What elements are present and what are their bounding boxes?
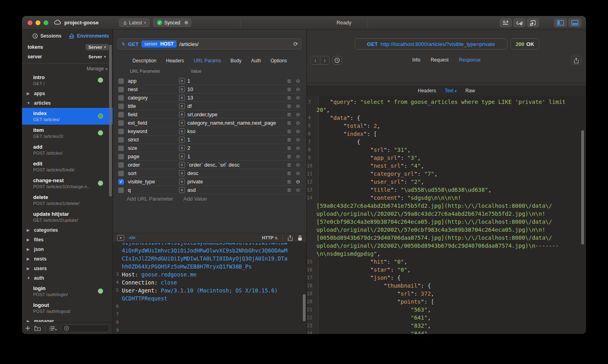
param-name-field[interactable]: app [128, 78, 179, 84]
code-format-select[interactable]: HTTP ⇅ [262, 235, 278, 240]
response-scrollbar[interactable] [581, 130, 584, 245]
param-checkbox[interactable] [118, 154, 124, 159]
tab-options[interactable]: Options [270, 58, 287, 64]
host-env-token[interactable]: server HOST [141, 40, 177, 48]
request-method[interactable]: GET [128, 41, 139, 47]
lock-icon[interactable] [298, 235, 302, 241]
sidebar-group-nests[interactable]: ▶nests [22, 254, 113, 264]
add-url-parameter-button[interactable]: Add URL Parameter [127, 196, 183, 202]
param-name-field[interactable]: strict [128, 137, 179, 143]
param-name-field[interactable]: nest [128, 86, 179, 92]
param-options-icon[interactable]: ≣ [285, 187, 294, 193]
param-options-icon[interactable]: ≣ [285, 153, 294, 159]
sidebar-item-change-nest[interactable]: change-nestPOST /articles/10/change-n... [22, 175, 113, 192]
param-name-field[interactable]: ext_field [128, 120, 179, 126]
param-checkbox[interactable] [118, 78, 124, 84]
param-type-icon[interactable]: ≡ [179, 103, 185, 109]
filter-requests-input[interactable] [61, 324, 109, 332]
param-options-icon[interactable]: ≣ [285, 103, 294, 109]
version-dropdown-button[interactable]: Latest▾ [119, 18, 150, 27]
param-value-field[interactable]: kso [187, 128, 285, 134]
param-checkbox[interactable] [118, 171, 124, 176]
param-name-field[interactable]: category [128, 95, 179, 101]
sidebar-item-index[interactable]: indexGET /articles/ [22, 108, 113, 125]
param-remove-icon[interactable]: ⊖ [294, 120, 302, 126]
method-stepper-icon[interactable]: ⇅ [121, 42, 125, 47]
sidebar-item-update-hit-star[interactable]: update hit|starGET /articles/2/update/ [22, 209, 113, 225]
param-remove-icon[interactable]: ⊖ [294, 103, 302, 109]
sync-status-toggle[interactable] [181, 18, 191, 27]
add-group-button[interactable] [34, 326, 41, 331]
param-value-field[interactable]: 1 [187, 153, 285, 159]
share-code-button[interactable] [288, 235, 293, 241]
response-subtab-raw[interactable]: Raw [465, 88, 475, 93]
tab-description[interactable]: Description [132, 58, 156, 64]
tab-sessions[interactable]: Sessions [32, 33, 62, 39]
param-type-icon[interactable]: ≡ [179, 86, 185, 92]
param-type-icon[interactable]: ≡ [179, 78, 185, 84]
param-checkbox[interactable] [118, 137, 124, 143]
tab-headers[interactable]: Headers [166, 58, 184, 64]
sidebar-item-item[interactable]: itemGET /articles/2/ [22, 125, 113, 141]
param-type-icon[interactable]: ≡ [179, 179, 185, 185]
param-remove-icon[interactable]: ⊖ [294, 153, 302, 159]
tab-body[interactable]: Body [230, 58, 241, 64]
sidebar-group-apps[interactable]: ▶apps [22, 89, 113, 98]
param-value-field[interactable]: 13 [187, 95, 285, 101]
add-value-button[interactable]: Add Value [183, 196, 207, 202]
param-options-icon[interactable]: ≣ [285, 170, 294, 176]
tab-url-params[interactable]: URL Params [194, 58, 221, 64]
toggle-bottom-panel-button[interactable] [568, 18, 581, 27]
response-subtab-text[interactable]: Text▾ [445, 88, 457, 93]
request-path[interactable]: /articles/ [179, 41, 291, 47]
param-options-icon[interactable]: ≣ [285, 120, 294, 126]
sidebar-item-edit[interactable]: editPOST /articles/5/edit/ [22, 158, 113, 175]
param-value-field[interactable]: 10 [187, 86, 285, 92]
param-options-icon[interactable]: ≣ [285, 111, 294, 117]
param-remove-icon[interactable]: ⊖ [294, 145, 302, 151]
sync-button[interactable]: ✓ Synced [153, 18, 184, 27]
minimize-window-button[interactable] [36, 20, 40, 25]
code-scrollbar[interactable] [303, 294, 306, 321]
param-type-icon[interactable]: ≡ [179, 120, 185, 126]
param-name-field[interactable]: visible_type [128, 179, 179, 185]
response-tab-request[interactable]: Request [431, 57, 449, 63]
sidebar-item-add[interactable]: addPOST /articles/ [22, 141, 113, 158]
param-options-icon[interactable]: ≣ [285, 128, 294, 134]
response-tab-response[interactable]: Response [459, 57, 481, 63]
param-type-icon[interactable]: ≡ [179, 95, 185, 101]
response-body-view[interactable]: 3 "query": "select * from goose_articles… [307, 96, 586, 334]
param-checkbox[interactable]: ✓ [118, 179, 124, 185]
sidebar-group-manager[interactable]: ▶manager [22, 316, 113, 322]
param-name-field[interactable]: order [128, 162, 179, 168]
param-value-field[interactable]: df [187, 103, 285, 109]
sidebar-group-users[interactable]: ▶users [22, 264, 113, 273]
param-remove-icon[interactable]: ⊖ [294, 111, 302, 117]
sort-requests-button[interactable] [500, 18, 512, 27]
param-value-field[interactable]: 2 [187, 145, 285, 151]
export-response-button[interactable] [571, 56, 581, 65]
param-checkbox[interactable] [118, 120, 124, 126]
close-window-button[interactable] [28, 20, 32, 25]
param-value-field[interactable]: 1 [187, 78, 285, 84]
param-options-icon[interactable]: ≣ [285, 95, 294, 101]
param-name-field[interactable]: title [128, 103, 179, 109]
sync-loop-button[interactable] [513, 18, 525, 27]
sidebar-group-articles[interactable]: ▼articles [22, 98, 113, 108]
param-remove-icon[interactable]: ⊖ [294, 162, 302, 168]
param-type-icon[interactable]: ≡ [179, 170, 185, 176]
param-type-icon[interactable]: ≡ [179, 153, 185, 159]
param-value-field[interactable]: category_name,nest_name,next_page [187, 120, 285, 126]
code-view-icon[interactable]: </> [129, 235, 135, 240]
param-options-icon[interactable]: ≣ [285, 179, 294, 185]
param-name-field[interactable]: keyword [128, 128, 179, 134]
param-remove-icon[interactable]: ⊖ [294, 187, 302, 193]
list-options-button[interactable] [49, 326, 57, 331]
sidebar-item-login[interactable]: loginPOST /auth/login/ [22, 283, 113, 300]
add-request-button[interactable] [25, 326, 30, 331]
param-remove-icon[interactable]: ⊖ [294, 95, 302, 101]
param-name-field[interactable]: q [128, 187, 179, 193]
param-name-field[interactable]: page [128, 153, 179, 159]
param-options-icon[interactable]: ≣ [285, 78, 294, 84]
param-remove-icon[interactable]: ⊖ [294, 78, 302, 84]
